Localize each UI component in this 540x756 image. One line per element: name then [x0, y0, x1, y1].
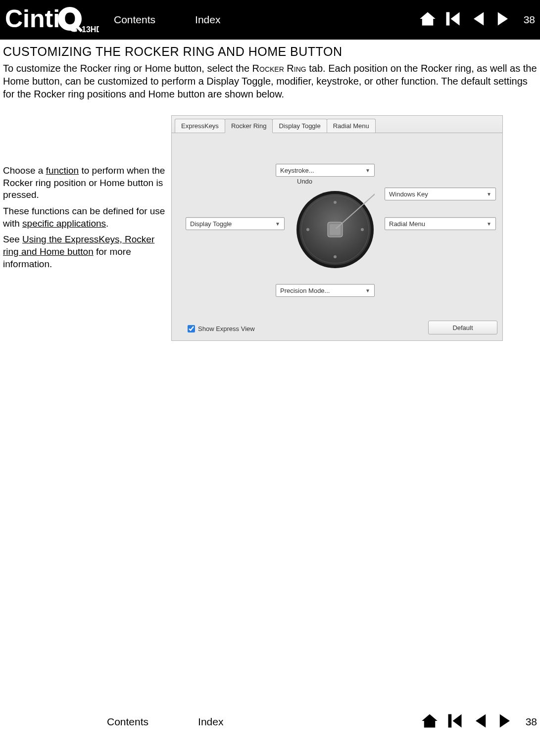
- intro-paragraph: To customize the Rocker ring or Home but…: [3, 62, 537, 100]
- tab-body: Keystroke... ▼ Undo Display Toggle ▼ Win…: [172, 133, 502, 340]
- top-dropdown[interactable]: Keystroke... ▼: [276, 164, 375, 177]
- contents-link[interactable]: Contents: [114, 14, 155, 26]
- chevron-down-icon: ▼: [487, 191, 491, 197]
- function-link[interactable]: function: [46, 165, 79, 176]
- svg-rect-16: [448, 714, 451, 728]
- chevron-down-icon: ▼: [487, 221, 491, 227]
- first-page-icon[interactable]: [446, 712, 464, 732]
- page-title: CUSTOMIZING THE ROCKER RING AND HOME BUT…: [3, 45, 537, 59]
- sidebar-p1: Choose a function to perform when the Ro…: [3, 165, 166, 201]
- sidebar-p3: See Using the ExpressKeys, Rocker ring a…: [3, 234, 166, 270]
- show-express-view-label: Show Express View: [198, 325, 255, 332]
- svg-point-11: [334, 255, 337, 258]
- show-express-view-checkbox[interactable]: Show Express View: [188, 325, 255, 332]
- svg-point-9: [334, 201, 337, 204]
- left-dropdown[interactable]: Display Toggle ▼: [186, 217, 285, 230]
- svg-text:13HD: 13HD: [82, 25, 99, 34]
- top-header: Cinti Q 13HD Contents Index 38: [0, 0, 540, 40]
- specific-applications-link[interactable]: specific applications: [22, 218, 106, 229]
- next-page-icon[interactable]: [494, 10, 512, 30]
- sidebar-p2: These functions can be defined for use w…: [3, 205, 166, 230]
- footer-contents-link[interactable]: Contents: [107, 716, 148, 728]
- rocker-ring-graphic: [295, 190, 375, 269]
- tab-radial-menu[interactable]: Radial Menu: [327, 119, 376, 133]
- svg-point-12: [306, 228, 309, 231]
- right-top-dropdown[interactable]: Windows Key ▼: [385, 188, 496, 200]
- tab-expresskeys[interactable]: ExpressKeys: [175, 119, 225, 133]
- default-button[interactable]: Default: [428, 321, 497, 334]
- intro-part1: To customize the Rocker ring or Home but…: [3, 63, 252, 74]
- right-dropdown[interactable]: Radial Menu ▼: [385, 217, 496, 230]
- svg-text:Cinti: Cinti: [5, 6, 60, 33]
- chevron-down-icon: ▼: [365, 168, 370, 173]
- cintiq-logo: Cinti Q 13HD: [5, 6, 99, 34]
- content-row: Choose a function to perform when the Ro…: [3, 115, 537, 341]
- footer-page-number: 38: [526, 716, 537, 728]
- header-links: Contents Index: [114, 14, 220, 26]
- using-expresskeys-link[interactable]: Using the ExpressKeys, Rocker ring and H…: [3, 234, 154, 257]
- footer-nav-icons: 38: [421, 712, 537, 732]
- bottom-dropdown[interactable]: Precision Mode... ▼: [276, 284, 375, 297]
- page-number: 38: [524, 14, 535, 26]
- show-express-view-input[interactable]: [188, 325, 195, 332]
- tab-display-toggle[interactable]: Display Toggle: [272, 119, 327, 133]
- tab-bar: ExpressKeys Rocker Ring Display Toggle R…: [172, 116, 502, 133]
- index-link[interactable]: Index: [195, 14, 220, 26]
- logo: Cinti Q 13HD: [5, 6, 99, 34]
- chevron-down-icon: ▼: [365, 288, 370, 293]
- prev-page-icon[interactable]: [469, 10, 487, 30]
- next-page-icon[interactable]: [496, 712, 514, 732]
- svg-rect-5: [446, 12, 449, 26]
- footer-links: Contents Index: [107, 716, 223, 728]
- bottom-footer: Contents Index 38: [0, 702, 540, 742]
- content: CUSTOMIZING THE ROCKER RING AND HOME BUT…: [0, 40, 540, 346]
- home-icon[interactable]: [419, 10, 437, 30]
- chevron-down-icon: ▼: [275, 221, 280, 227]
- first-page-icon[interactable]: [444, 10, 462, 30]
- tab-rocker-ring[interactable]: Rocker Ring: [225, 119, 273, 133]
- svg-point-10: [361, 228, 364, 231]
- nav-icons: 38: [419, 10, 535, 30]
- prev-page-icon[interactable]: [471, 712, 489, 732]
- sidebar-text: Choose a function to perform when the Ro…: [3, 115, 166, 275]
- home-icon[interactable]: [421, 712, 439, 732]
- rocker-ring-dialog: ExpressKeys Rocker Ring Display Toggle R…: [171, 115, 503, 341]
- intro-smallcaps: Rocker Ring: [252, 63, 306, 74]
- footer-index-link[interactable]: Index: [198, 716, 223, 728]
- undo-label: Undo: [297, 178, 312, 185]
